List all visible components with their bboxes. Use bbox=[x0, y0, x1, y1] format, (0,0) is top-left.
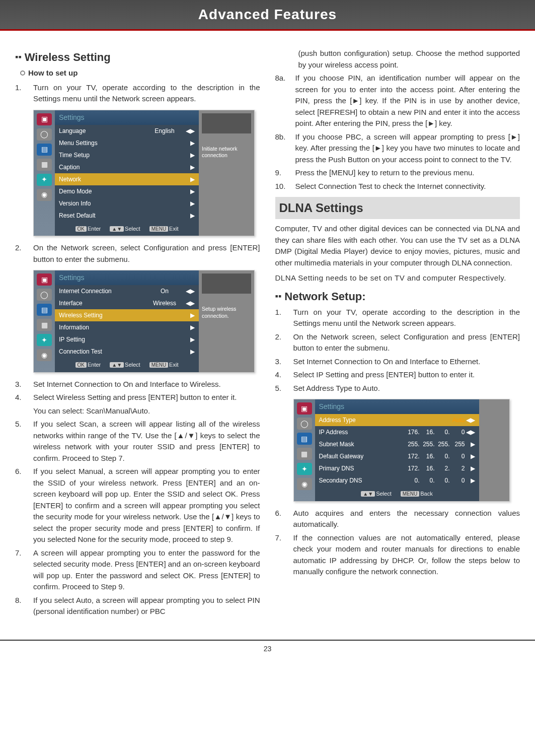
menu-row[interactable]: Menu Settings▶ bbox=[55, 137, 199, 149]
menu-row[interactable]: Subnet Mask255.255.255.255▶ bbox=[315, 438, 479, 450]
network-setup-heading: ▪▪ Network Setup: bbox=[275, 288, 520, 305]
step-text: If you select Manual, a screen will appe… bbox=[33, 466, 260, 545]
step-number: 5. bbox=[15, 419, 28, 464]
settings-panel-2: ▣ ◯ ▤ ▦ ✦ ◉ Settings Internet Connection… bbox=[33, 270, 255, 373]
page-footer: 23 bbox=[0, 640, 535, 659]
arrow-icon: ▶ bbox=[185, 139, 195, 148]
step-number: 6. bbox=[275, 508, 288, 530]
row-label: Secondary DNS bbox=[319, 476, 406, 485]
panel-sidebar-icons: ▣ ◯ ▤ ▦ ✦ ◉ bbox=[34, 110, 55, 236]
row-label: Primary DNS bbox=[319, 464, 406, 473]
dlna-para-2: DLNA Setting needs to be set on TV and c… bbox=[275, 272, 520, 284]
step-number: 6. bbox=[15, 466, 28, 545]
panel-hints: ▲▼Select MENUBack bbox=[315, 487, 479, 501]
network-icon: ◉ bbox=[297, 478, 312, 490]
panel-side bbox=[479, 399, 509, 501]
menu-row[interactable]: Internet ConnectionOn◀▶ bbox=[55, 285, 199, 297]
menu-row[interactable]: LanguageEnglish◀▶ bbox=[55, 125, 199, 137]
row-value: 176.16.0.0 bbox=[406, 428, 465, 437]
step-2: 2. On the Network screen, select Configu… bbox=[15, 242, 260, 265]
arrow-icon: ▶ bbox=[185, 323, 195, 332]
step-item: 4.Select IP Setting and press [ENTER] bu… bbox=[275, 369, 520, 381]
arrow-icon: ▶ bbox=[465, 452, 475, 461]
settings-icon: ✦ bbox=[37, 174, 52, 186]
page-number: 23 bbox=[264, 645, 272, 653]
menu-row[interactable]: Time Setup▶ bbox=[55, 149, 199, 161]
step-item: 10.Select Connection Test to check the I… bbox=[275, 181, 520, 192]
menu-row[interactable]: Default Gateway172.16.0.0▶ bbox=[315, 450, 479, 462]
menu-row[interactable]: Information▶ bbox=[55, 321, 199, 333]
preview-thumb bbox=[202, 273, 251, 294]
menu-row[interactable]: Demo Mode▶ bbox=[55, 185, 199, 197]
panel-title: Settings bbox=[55, 270, 199, 285]
settings-icon: ✦ bbox=[297, 463, 312, 475]
channel-icon: ▤ bbox=[37, 144, 52, 156]
row-label: IP Setting bbox=[59, 335, 144, 344]
step-item: 8b.If you choose PBC, a screen will appe… bbox=[275, 131, 520, 166]
row-label: Internet Connection bbox=[59, 287, 144, 296]
menu-row[interactable]: IP Setting▶ bbox=[55, 333, 199, 346]
row-label: IP Address bbox=[319, 428, 406, 437]
channel-icon: ▤ bbox=[297, 433, 312, 445]
steps-b: 2. On the Network screen, select Configu… bbox=[15, 242, 260, 265]
step-number: 3. bbox=[15, 379, 28, 390]
step-text: Press the [MENU] key to return to the pr… bbox=[295, 167, 475, 179]
menu-row[interactable]: Reset Default▶ bbox=[55, 210, 199, 222]
row-value: Wireless bbox=[144, 299, 185, 308]
panel-side: Setup wireless connection. bbox=[199, 270, 254, 372]
howto-row: How to set up bbox=[20, 67, 260, 79]
row-label: Time Setup bbox=[59, 151, 144, 160]
step-item: 7.If the connection values are not autom… bbox=[275, 532, 520, 578]
panel-side: Initiate network connection bbox=[199, 110, 254, 236]
menu-row[interactable]: Secondary DNS0.0.0.0▶ bbox=[315, 474, 479, 487]
menu-row[interactable]: IP Address176.16.0.0◀▶ bbox=[315, 426, 479, 438]
heading-text: Network Setup: bbox=[284, 288, 365, 305]
menu-row[interactable]: Version Info▶ bbox=[55, 197, 199, 210]
step-text: A screen will appear prompting you to en… bbox=[33, 547, 260, 593]
lock-icon: ▦ bbox=[297, 448, 312, 460]
row-value: 172.16.0.0 bbox=[406, 452, 465, 461]
lock-icon: ▦ bbox=[37, 159, 52, 171]
row-label: Information bbox=[59, 323, 144, 332]
heading-marker: ▪▪ bbox=[15, 50, 22, 64]
step-text: If you select Scan, a screen will appear… bbox=[33, 419, 260, 464]
panel-main: Settings Address TypeAuto◀▶IP Address176… bbox=[315, 399, 479, 501]
step-item: 8.If you select Auto, a screen will appe… bbox=[15, 595, 260, 617]
arrow-icon: ◀▶ bbox=[185, 126, 195, 135]
menu-row[interactable]: Network▶ bbox=[55, 173, 199, 185]
arrow-icon: ▶ bbox=[185, 311, 195, 320]
step-text: Select IP Setting and press [ENTER] butt… bbox=[293, 369, 475, 381]
step-number: 2. bbox=[275, 331, 288, 354]
step-text: Select Wireless Setting and press [ENTER… bbox=[33, 392, 237, 403]
lock-icon: ▦ bbox=[37, 319, 52, 331]
page-body: ▪▪ Wireless Setting How to set up 1. Tur… bbox=[0, 41, 535, 630]
network-icon: ◉ bbox=[37, 349, 52, 361]
row-label: Default Gateway bbox=[319, 452, 406, 461]
step-text: Turn on your TV, operate according to th… bbox=[293, 307, 520, 329]
side-caption: Setup wireless connection. bbox=[202, 306, 251, 319]
arrow-icon: ▶ bbox=[185, 347, 195, 356]
panel-hints: OKEnter ▲▼Select MENUExit bbox=[55, 358, 199, 372]
menu-row[interactable]: Caption▶ bbox=[55, 161, 199, 173]
step-number: 10. bbox=[275, 181, 290, 192]
picture-icon: ▣ bbox=[297, 402, 312, 415]
menu-row[interactable]: Primary DNS172.16.2.2▶ bbox=[315, 462, 479, 474]
right-column: (push button configuration) setup. Choos… bbox=[275, 46, 520, 620]
panel-title: Settings bbox=[315, 399, 479, 414]
step-number: 1. bbox=[275, 307, 288, 329]
row-label: Caption bbox=[59, 163, 144, 172]
step-text: Select Connection Test to check the Inte… bbox=[295, 181, 486, 192]
left-column: ▪▪ Wireless Setting How to set up 1. Tur… bbox=[15, 46, 260, 620]
menu-row[interactable]: Wireless Setting▶ bbox=[55, 309, 199, 321]
step-item: 8a.If you choose PIN, an identification … bbox=[275, 73, 520, 129]
row-label: Demo Mode bbox=[59, 187, 144, 196]
step-text: (push button configuration) setup. Choos… bbox=[298, 48, 520, 71]
step-item: 3.Set Internet Connection to On and Inte… bbox=[15, 379, 260, 390]
panel-sidebar-icons: ▣ ◯ ▤ ▦ ✦ ◉ bbox=[294, 399, 315, 501]
menu-row[interactable]: Connection Test▶ bbox=[55, 346, 199, 358]
menu-row[interactable]: Address TypeAuto◀▶ bbox=[315, 414, 479, 426]
arrow-icon: ▶ bbox=[465, 440, 475, 449]
menu-row[interactable]: InterfaceWireless◀▶ bbox=[55, 297, 199, 309]
panel-title: Settings bbox=[55, 110, 199, 125]
settings-icon: ✦ bbox=[37, 334, 52, 346]
